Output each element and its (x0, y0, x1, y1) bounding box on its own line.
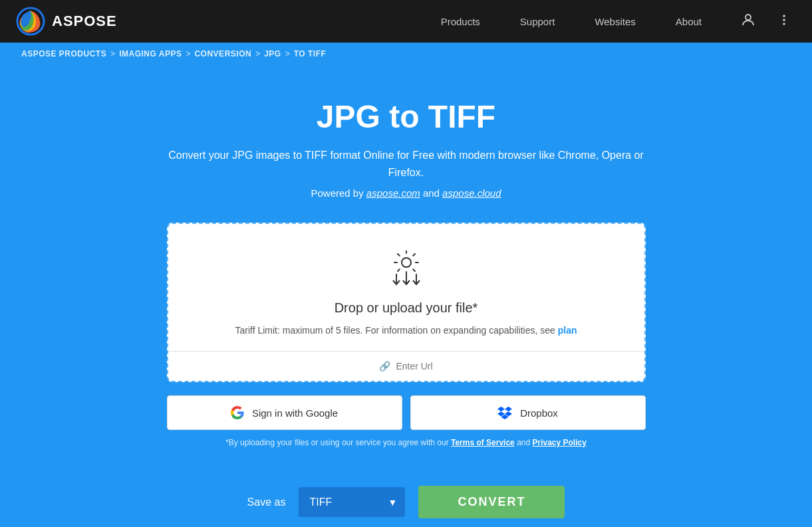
breadcrumb-sep-3: > (255, 49, 260, 58)
svg-point-4 (783, 23, 785, 25)
plan-link[interactable]: plan (558, 325, 577, 336)
enter-url-bar[interactable]: 🔗 Enter Url (168, 351, 644, 381)
breadcrumb-aspose-products[interactable]: ASPOSE PRODUCTS (21, 49, 106, 58)
nav-websites[interactable]: Websites (575, 0, 655, 43)
terms-text: *By uploading your files or using our se… (225, 438, 587, 447)
google-signin-button[interactable]: Sign in with Google (167, 395, 402, 430)
format-select[interactable]: TIFF PNG BMP GIF JPEG PDF (299, 487, 405, 517)
dropbox-button[interactable]: Dropbox (410, 395, 646, 430)
page-title: JPG to TIFF (317, 98, 495, 135)
tos-link[interactable]: Terms of Service (451, 438, 515, 447)
navbar: ASPOSE Products Support Websites About (0, 0, 812, 43)
breadcrumb-imaging-apps[interactable]: IMAGING APPS (119, 49, 182, 58)
auth-buttons: Sign in with Google Dropbox (167, 395, 646, 430)
svg-point-5 (402, 258, 411, 267)
upload-dropzone[interactable]: Drop or upload your file* Tariff Limit: … (167, 223, 646, 382)
logo[interactable]: ASPOSE (16, 7, 117, 36)
page-subtitle: Convert your JPG images to TIFF format O… (154, 147, 659, 181)
upload-title: Drop or upload your file* (335, 300, 478, 316)
main-content: JPG to TIFF Convert your JPG images to T… (0, 65, 812, 527)
save-as-label: Save as (247, 496, 286, 508)
svg-point-2 (783, 15, 785, 17)
svg-point-1 (745, 15, 751, 20)
user-icon-button[interactable] (735, 7, 761, 37)
aspose-cloud-link[interactable]: aspose.cloud (442, 187, 501, 199)
breadcrumb: ASPOSE PRODUCTS > IMAGING APPS > CONVERS… (0, 43, 812, 65)
navbar-icons (735, 7, 796, 37)
aspose-com-link[interactable]: aspose.com (366, 187, 420, 199)
link-icon: 🔗 (379, 361, 390, 371)
breadcrumb-jpg[interactable]: JPG (264, 49, 281, 58)
enter-url-label: Enter Url (396, 361, 432, 371)
bottom-bar: Save as TIFF PNG BMP GIF JPEG PDF ▼ CONV… (13, 467, 799, 527)
nav-about[interactable]: About (656, 0, 722, 43)
user-icon (740, 12, 756, 28)
breadcrumb-sep-1: > (110, 49, 115, 58)
breadcrumb-to-tiff[interactable]: TO TIFF (294, 49, 327, 58)
google-icon (231, 406, 244, 419)
breadcrumb-sep-4: > (285, 49, 290, 58)
format-select-wrapper: TIFF PNG BMP GIF JPEG PDF ▼ (299, 487, 405, 517)
privacy-link[interactable]: Privacy Policy (533, 438, 587, 447)
powered-by: Powered by aspose.com and aspose.cloud (311, 187, 501, 199)
svg-point-3 (783, 19, 785, 21)
nav-support[interactable]: Support (500, 0, 575, 43)
breadcrumb-conversion[interactable]: CONVERSION (194, 49, 251, 58)
logo-text: ASPOSE (52, 13, 117, 30)
google-signin-label: Sign in with Google (252, 407, 338, 419)
upload-limit-text: Tariff Limit: maximum of 5 files. For in… (235, 324, 577, 338)
more-icon (777, 13, 791, 27)
navbar-links: Products Support Websites About (421, 0, 722, 43)
aspose-logo-icon (16, 7, 45, 36)
nav-products[interactable]: Products (421, 0, 500, 43)
convert-button[interactable]: CONVERT (418, 486, 565, 518)
more-options-button[interactable] (772, 8, 796, 35)
breadcrumb-sep-2: > (186, 49, 190, 58)
upload-icon (386, 251, 426, 290)
dropbox-icon (497, 405, 512, 420)
dropbox-label: Dropbox (520, 407, 558, 419)
